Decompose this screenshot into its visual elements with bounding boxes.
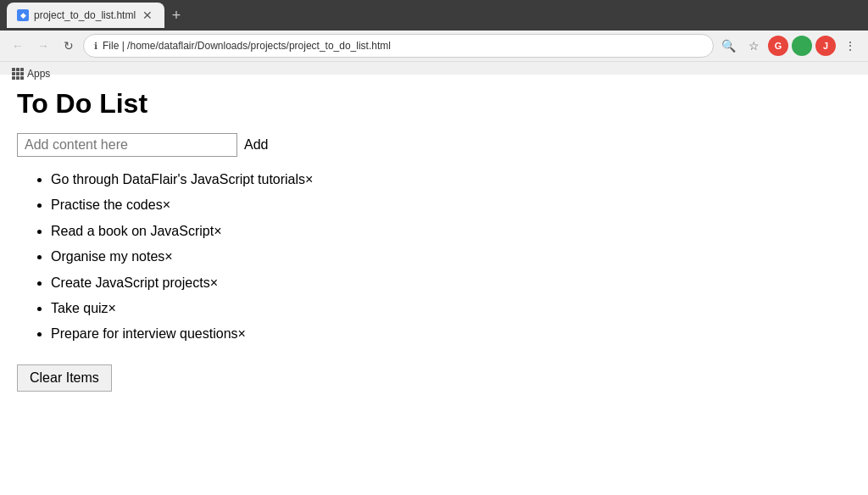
- list-item: Practise the codes×: [51, 196, 851, 214]
- list-item: Take quiz×: [51, 299, 851, 318]
- page-title: To Do List: [17, 88, 851, 120]
- address-bar[interactable]: ℹ File | /home/dataflair/Downloads/proje…: [83, 34, 714, 58]
- todo-list: Go through DataFlair's JavaScript tutori…: [17, 170, 851, 344]
- list-item: Go through DataFlair's JavaScript tutori…: [51, 170, 851, 189]
- menu-icon[interactable]: ⋮: [839, 35, 861, 57]
- item-text: Prepare for interview questions: [51, 326, 238, 341]
- apps-button[interactable]: Apps: [7, 66, 55, 81]
- item-text: Read a book on JavaScript: [51, 224, 214, 238]
- browser-tab[interactable]: ◆ project_to_do_list.html ✕: [7, 3, 164, 28]
- item-text: Practise the codes: [51, 197, 163, 212]
- lock-icon: ℹ: [94, 41, 97, 52]
- apps-grid-icon: [12, 68, 24, 80]
- account-avatar-dot[interactable]: [792, 36, 812, 56]
- delete-button[interactable]: ×: [108, 301, 116, 315]
- address-text: File | /home/dataflair/Downloads/project…: [103, 40, 391, 52]
- browser-chrome: ◆ project_to_do_list.html ✕ + ← → ↻ ℹ Fi…: [0, 0, 868, 75]
- delete-button[interactable]: ×: [163, 197, 170, 212]
- nav-bar: ← → ↻ ℹ File | /home/dataflair/Downloads…: [0, 31, 868, 61]
- list-item: Read a book on JavaScript×: [51, 222, 851, 241]
- bookmark-star-icon[interactable]: ☆: [743, 35, 765, 57]
- new-tab-button[interactable]: +: [164, 3, 188, 27]
- tab-title: project_to_do_list.html: [34, 9, 136, 21]
- tab-close-button[interactable]: ✕: [141, 8, 154, 22]
- content-input[interactable]: [17, 133, 237, 157]
- delete-button[interactable]: ×: [238, 326, 246, 341]
- delete-button[interactable]: ×: [305, 172, 313, 186]
- refresh-button[interactable]: ↻: [58, 35, 80, 57]
- add-button[interactable]: Add: [244, 137, 268, 153]
- clear-items-button[interactable]: Clear Items: [17, 364, 112, 392]
- delete-button[interactable]: ×: [164, 249, 172, 264]
- input-row: Add: [17, 133, 851, 157]
- list-item: Organise my notes×: [51, 248, 851, 266]
- forward-button[interactable]: →: [32, 35, 54, 57]
- account-avatar-g[interactable]: G: [768, 36, 788, 56]
- title-bar: ◆ project_to_do_list.html ✕ +: [0, 0, 868, 31]
- delete-button[interactable]: ×: [210, 275, 218, 290]
- delete-button[interactable]: ×: [214, 224, 221, 238]
- nav-right: 🔍 ☆ G J ⋮: [717, 35, 861, 57]
- back-button[interactable]: ←: [7, 35, 29, 57]
- search-icon[interactable]: 🔍: [717, 35, 739, 57]
- item-text: Organise my notes: [51, 249, 164, 264]
- item-text: Create JavaScript projects: [51, 275, 210, 290]
- list-item: Create JavaScript projects×: [51, 274, 851, 292]
- tab-favicon: ◆: [17, 9, 29, 21]
- item-text: Take quiz: [51, 301, 108, 315]
- item-text: Go through DataFlair's JavaScript tutori…: [51, 172, 305, 186]
- account-avatar-j[interactable]: J: [815, 36, 836, 56]
- page-content: To Do List Add Go through DataFlair's Ja…: [0, 75, 868, 495]
- list-item: Prepare for interview questions×: [51, 325, 851, 343]
- apps-label: Apps: [27, 68, 50, 80]
